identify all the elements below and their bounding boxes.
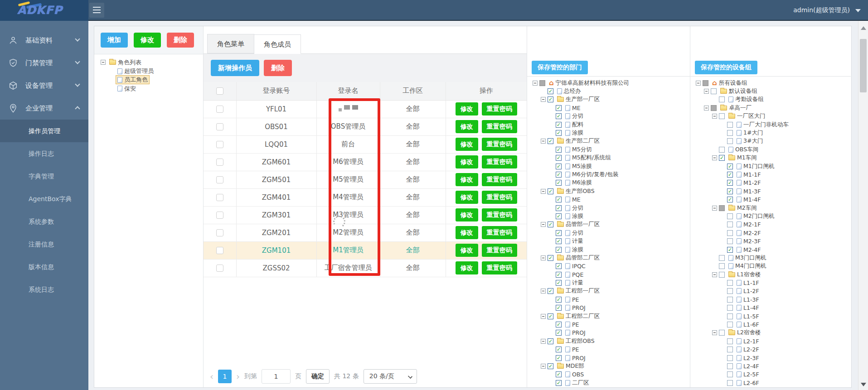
reset-password-button[interactable]: 重置密码 xyxy=(482,120,517,133)
sidebar-subitem[interactable]: 注册信息 xyxy=(0,233,88,255)
tree-checkbox[interactable] xyxy=(719,147,725,153)
tree-node[interactable]: M2-2F xyxy=(693,229,851,237)
reset-password-button[interactable]: 重置密码 xyxy=(482,138,517,151)
tree-collapse-icon[interactable] xyxy=(541,364,546,369)
tree-checkbox[interactable]: ✓ xyxy=(556,280,562,286)
tree-checkbox[interactable] xyxy=(719,330,725,336)
tree-checkbox[interactable]: ✓ xyxy=(548,188,553,194)
tree-checkbox[interactable]: ✓ xyxy=(556,263,562,269)
tree-checkbox[interactable]: ✓ xyxy=(556,213,562,219)
reset-password-button[interactable]: 重置密码 xyxy=(482,226,517,239)
tree-node[interactable]: ✓分切 xyxy=(530,204,690,212)
tree-node[interactable]: ✓工程部OBS xyxy=(530,337,690,345)
tree-node[interactable]: ✓配料 xyxy=(530,120,690,129)
tree-node[interactable]: L1-3F xyxy=(693,295,851,303)
tree-node[interactable]: ✓涂膜 xyxy=(530,212,690,220)
reset-password-button[interactable]: 重置密码 xyxy=(482,261,517,274)
tree-checkbox[interactable]: ✓ xyxy=(548,338,553,344)
current-page-button[interactable]: 1 xyxy=(218,370,232,383)
tree-node[interactable]: ✓PROJ xyxy=(530,354,690,362)
tree-node[interactable]: L2-2F xyxy=(693,346,851,354)
tree-checkbox[interactable]: ✓ xyxy=(556,205,562,211)
tree-node[interactable]: M2门口闸机 xyxy=(693,212,851,220)
tree-checkbox[interactable] xyxy=(719,205,725,211)
tree-node[interactable]: ✓PE xyxy=(530,320,690,328)
tree-checkbox[interactable] xyxy=(711,105,717,111)
save-device-groups-button[interactable]: 保存管控的设备组 xyxy=(695,61,757,74)
edit-button[interactable]: 修改 xyxy=(456,173,478,186)
tree-checkbox[interactable] xyxy=(719,272,725,278)
tree-node[interactable]: L2-1F xyxy=(693,337,851,345)
tab-角色成员[interactable]: 角色成员 xyxy=(254,34,301,54)
tree-node[interactable]: M2-1F xyxy=(693,221,851,229)
scrollbar-thumb[interactable] xyxy=(860,39,867,92)
tree-collapse-icon[interactable] xyxy=(541,289,546,294)
tree-node[interactable]: ✓M6涂膜 xyxy=(530,179,690,187)
tree-node[interactable]: ✓M2-4F xyxy=(693,246,851,254)
tree-checkbox[interactable]: ✓ xyxy=(719,155,725,161)
tree-checkbox[interactable]: ✓ xyxy=(548,288,553,294)
tree-node[interactable]: 角色列表 xyxy=(98,58,203,67)
tree-node[interactable]: 卓高一厂 xyxy=(693,104,851,112)
menu-toggle-icon[interactable] xyxy=(89,3,104,18)
tree-collapse-icon[interactable] xyxy=(541,255,546,260)
page-size-select[interactable]: 20 条/页 xyxy=(364,369,417,384)
tree-node[interactable]: L1-6F xyxy=(693,320,851,328)
tree-checkbox[interactable]: ✓ xyxy=(556,380,562,386)
tree-node[interactable]: ✓M5分切 xyxy=(530,145,690,154)
tree-node[interactable]: ✓OBS xyxy=(530,371,690,379)
tree-node[interactable]: ✓M5涂膜 xyxy=(530,162,690,170)
tree-checkbox[interactable] xyxy=(727,322,733,327)
tree-node[interactable]: ⌂宁德卓高新材料科技有限公司 xyxy=(530,79,690,87)
tree-node[interactable]: 一厂区大门 xyxy=(693,112,851,120)
tree-node[interactable]: ✓ME xyxy=(530,104,690,112)
tree-checkbox[interactable]: ✓ xyxy=(548,221,553,227)
sidebar-subitem[interactable]: AgentBox字典 xyxy=(0,188,88,210)
tree-collapse-icon[interactable] xyxy=(704,89,709,94)
tree-checkbox[interactable] xyxy=(727,380,733,386)
tree-node[interactable]: M2-3F xyxy=(693,237,851,245)
delete-button[interactable]: 删除 xyxy=(264,60,292,76)
tree-node[interactable]: ✓PQE xyxy=(530,270,690,279)
row-checkbox[interactable] xyxy=(216,212,223,219)
sidebar-item-1[interactable]: 基础资料 xyxy=(0,29,88,52)
edit-button[interactable]: 修改 xyxy=(456,226,478,239)
tree-collapse-icon[interactable] xyxy=(541,189,546,194)
tree-node[interactable]: ✓总经办 xyxy=(530,87,690,95)
tree-node[interactable]: ✓PROJ xyxy=(530,304,690,312)
tree-checkbox[interactable]: ✓ xyxy=(548,138,553,144)
tree-checkbox[interactable] xyxy=(719,263,725,269)
tree-collapse-icon[interactable] xyxy=(696,81,701,86)
sidebar-subitem[interactable]: 版本信息 xyxy=(0,255,88,278)
reset-password-button[interactable]: 重置密码 xyxy=(482,155,517,169)
tree-collapse-icon[interactable] xyxy=(541,97,546,102)
edit-button[interactable]: 修改 xyxy=(456,208,478,221)
reset-password-button[interactable]: 重置密码 xyxy=(482,173,517,186)
tree-checkbox[interactable] xyxy=(727,355,733,361)
tree-node[interactable]: 3#大门 xyxy=(693,137,851,145)
tree-checkbox[interactable] xyxy=(719,255,725,261)
edit-button[interactable]: 修改 xyxy=(456,191,478,204)
tree-collapse-icon[interactable] xyxy=(541,139,546,144)
tree-checkbox[interactable] xyxy=(727,280,733,286)
row-checkbox[interactable] xyxy=(216,265,223,272)
edit-button[interactable]: 修改 xyxy=(456,120,478,133)
tree-checkbox[interactable] xyxy=(727,297,733,303)
tree-node[interactable]: L2-3F xyxy=(693,354,851,362)
tree-node[interactable]: L2-5F xyxy=(693,371,851,379)
tree-node[interactable]: ✓M1-2F xyxy=(693,179,851,187)
tree-node[interactable]: ✓IPQC xyxy=(530,262,690,270)
tree-node[interactable]: ⌂所有设备组 xyxy=(693,79,851,87)
tree-checkbox[interactable] xyxy=(719,96,725,102)
action-button[interactable]: 增加 xyxy=(101,33,128,48)
sidebar-item-4[interactable]: 企业管理 xyxy=(0,97,88,120)
tree-checkbox[interactable] xyxy=(727,305,733,311)
tree-node[interactable]: 保安 xyxy=(98,84,203,93)
tree-checkbox[interactable]: ✓ xyxy=(556,130,562,136)
tree-node[interactable]: ✓PROJ xyxy=(530,329,690,337)
tree-node[interactable]: L1宿舍楼 xyxy=(693,270,851,279)
tree-node[interactable]: ✓生产部一厂区 xyxy=(530,96,690,104)
tree-checkbox[interactable]: ✓ xyxy=(556,172,562,178)
tree-checkbox[interactable]: ✓ xyxy=(556,164,562,169)
tree-checkbox[interactable] xyxy=(727,122,733,128)
